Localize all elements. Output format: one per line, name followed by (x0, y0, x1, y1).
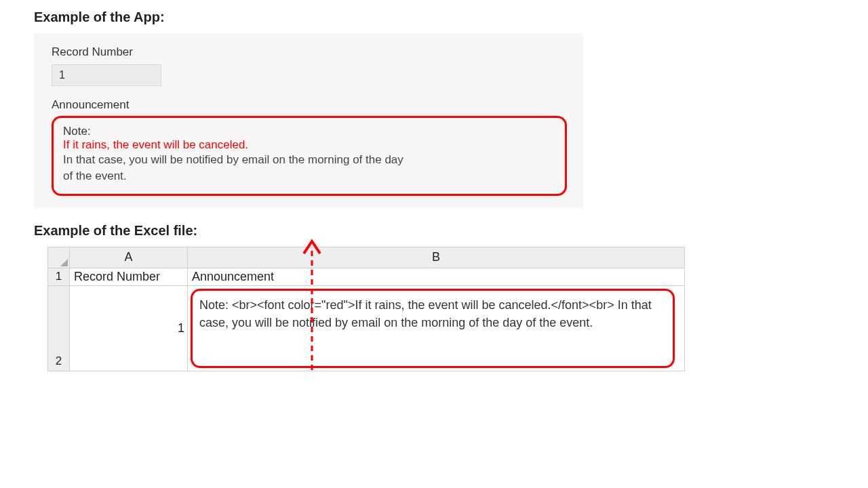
select-all-corner[interactable] (48, 247, 70, 268)
heading-excel-example: Example of the Excel file: (34, 223, 834, 239)
record-number-label: Record Number (52, 45, 583, 59)
excel-row-1: 1 Record Number Announcement (48, 268, 685, 285)
cell-B2[interactable]: Note: <br><font color="red">If it rains,… (188, 285, 685, 371)
row-header-2[interactable]: 2 (48, 285, 70, 371)
row-header-1[interactable]: 1 (48, 268, 70, 285)
excel-row-2: 2 1 Note: <br><font color="red">If it ra… (48, 285, 685, 371)
app-panel: Record Number 1 Announcement Note: If it… (34, 33, 583, 208)
heading-app-example: Example of the App: (34, 9, 834, 25)
announcement-callout: Note: If it rains, the event will be can… (52, 116, 567, 196)
announcement-label: Announcement (52, 98, 583, 112)
cell-B2-callout: Note: <br><font color="red">If it rains,… (191, 289, 675, 368)
note-body-line2: of the event. (63, 168, 555, 184)
cell-A2[interactable]: 1 (70, 285, 188, 371)
column-header-A[interactable]: A (70, 247, 188, 268)
excel-grid: A B 1 Record Number Announcement 2 1 Not… (47, 247, 685, 371)
note-title: Note: (63, 125, 555, 138)
note-red-line: If it rains, the event will be canceled. (63, 138, 555, 152)
record-number-value: 1 (52, 64, 161, 86)
cell-A1[interactable]: Record Number (70, 268, 188, 285)
excel-header-row: A B (48, 247, 685, 268)
note-body-line1: In that case, you will be notified by em… (63, 152, 555, 168)
column-header-B[interactable]: B (188, 247, 685, 268)
cell-B1[interactable]: Announcement (188, 268, 685, 285)
